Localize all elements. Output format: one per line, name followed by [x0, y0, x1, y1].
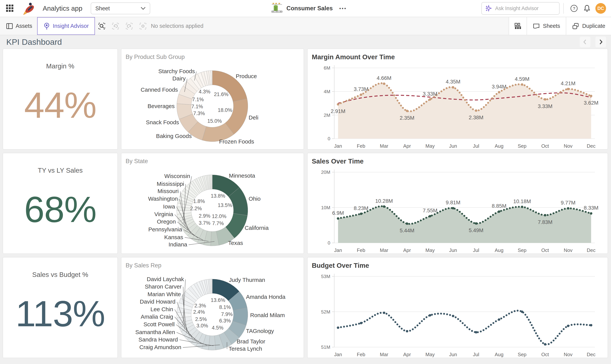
svg-text:Jun: Jun: [449, 352, 457, 357]
divider: [563, 3, 564, 14]
svg-text:3.62M: 3.62M: [584, 100, 598, 106]
kpi-title: TY vs LY Sales: [38, 167, 82, 174]
avatar[interactable]: DC: [595, 3, 606, 14]
sales-over-time-chart[interactable]: 010M20MJanFebMarAprMayJunJulAugSepOctNov…: [308, 153, 608, 253]
svg-text:52M: 52M: [321, 309, 330, 314]
svg-text:Apr: Apr: [403, 247, 411, 253]
svg-text:1.8%: 1.8%: [193, 198, 205, 204]
sheet-header: KPI Dashboard: [0, 35, 611, 49]
consumer-sales-app-icon: [271, 2, 283, 14]
margin-over-time-chart[interactable]: 02M4M6MJanFebMarAprMayJunJulAugSepOctNov…: [308, 49, 608, 149]
svg-text:Mississippi: Mississippi: [157, 181, 184, 187]
svg-text:6.9M: 6.9M: [332, 210, 344, 216]
svg-text:Texas: Texas: [228, 240, 243, 246]
help-icon[interactable]: ?: [569, 3, 579, 13]
svg-text:Washington: Washington: [148, 195, 178, 202]
kpi-sales-vs-budget[interactable]: Sales vs Budget % 113%: [3, 257, 118, 358]
state-donut-chart[interactable]: MinnesotaOhioCaliforniaTexasIndianaKansa…: [121, 153, 304, 253]
insight-advisor-button[interactable]: Insight Advisor: [37, 17, 95, 35]
svg-text:Samantha Allen: Samantha Allen: [135, 329, 175, 335]
app-menu-button[interactable]: •••: [339, 6, 347, 12]
svg-text:Frozen Foods: Frozen Foods: [219, 138, 254, 145]
svg-text:Missouri: Missouri: [158, 188, 179, 194]
svg-text:Dec: Dec: [587, 143, 596, 149]
svg-text:5.49M: 5.49M: [469, 227, 483, 233]
donut-by-state[interactable]: By State MinnesotaOhioCaliforniaTexasInd…: [121, 153, 304, 254]
svg-text:2.9%: 2.9%: [199, 213, 210, 219]
svg-text:Oregon: Oregon: [157, 218, 176, 225]
sales-rep-donut-chart[interactable]: Judy ThurmanAmanda HondaRonald MilamTAGn…: [121, 258, 304, 358]
svg-text:2M: 2M: [324, 113, 330, 118]
svg-text:2.38M: 2.38M: [469, 115, 483, 120]
svg-text:3.73M: 3.73M: [354, 86, 368, 92]
smart-search-button[interactable]: [95, 17, 109, 35]
svg-text:David Laychak: David Laychak: [147, 276, 184, 282]
sheets-button[interactable]: Sheets: [527, 17, 566, 35]
svg-text:Oct: Oct: [541, 143, 549, 149]
svg-text:Minnesota: Minnesota: [229, 172, 255, 179]
app-launcher-icon[interactable]: [6, 5, 14, 12]
app-logo: [22, 1, 35, 16]
kpi-ty-vs-ly-sales[interactable]: TY vs LY Sales 68%: [3, 153, 118, 254]
next-sheet-button[interactable]: [595, 37, 606, 47]
svg-text:7.83M: 7.83M: [538, 219, 552, 225]
svg-text:8.23M: 8.23M: [354, 205, 368, 211]
svg-text:7.9%: 7.9%: [221, 312, 233, 317]
svg-text:Apr: Apr: [403, 143, 411, 149]
svg-text:3.0%: 3.0%: [196, 323, 208, 328]
svg-text:3.33M: 3.33M: [423, 91, 437, 97]
svg-text:Aug: Aug: [495, 143, 504, 149]
svg-text:Amalia Craig: Amalia Craig: [141, 313, 173, 320]
kpi-value: 113%: [16, 278, 105, 358]
svg-text:Oct: Oct: [541, 352, 549, 357]
svg-text:Iowa: Iowa: [163, 203, 175, 210]
sheet-selector-value: Sheet: [95, 5, 110, 12]
notifications-bell-icon[interactable]: [582, 3, 592, 13]
sheets-label: Sheets: [543, 23, 560, 29]
svg-text:Jul: Jul: [473, 247, 479, 253]
svg-text:Snack Foods: Snack Foods: [146, 119, 179, 125]
step-back-button[interactable]: [109, 17, 122, 35]
chart-title: By Product Sub Group: [126, 53, 185, 60]
previous-sheet-button[interactable]: [580, 37, 590, 47]
svg-text:Jul: Jul: [473, 352, 479, 357]
insight-advisor-search[interactable]: [481, 2, 559, 15]
svg-text:2.2%: 2.2%: [190, 206, 202, 211]
chart-budget-over-time[interactable]: Budget Over Time 51M52M53MJanFebMarAprMa…: [307, 257, 608, 358]
svg-text:Apr: Apr: [403, 352, 411, 357]
svg-text:Baking Goods: Baking Goods: [156, 133, 192, 139]
chart-sales-over-time[interactable]: Sales Over Time 010M20MJanFebMarAprMayJu…: [307, 153, 608, 254]
donut-product-sub-group[interactable]: By Product Sub Group ProduceDeliFrozen F…: [121, 49, 304, 150]
insight-advisor-label: Insight Advisor: [53, 23, 89, 29]
duplicate-button[interactable]: Duplicate: [566, 17, 611, 35]
layout-grid-icon: [514, 22, 522, 30]
svg-text:Mar: Mar: [380, 247, 388, 253]
chart-margin-over-time[interactable]: Margin Amount Over Time 02M4M6MJanFebMar…: [307, 49, 608, 150]
svg-text:7.55M: 7.55M: [423, 208, 437, 213]
svg-text:Ronald Milam: Ronald Milam: [250, 312, 285, 318]
sparkle-icon: [485, 5, 492, 12]
svg-text:Dairy: Dairy: [172, 75, 186, 82]
sheet-selector[interactable]: Sheet: [91, 2, 150, 14]
svg-text:13.6%: 13.6%: [211, 297, 225, 303]
clear-selections-button[interactable]: [136, 17, 150, 35]
svg-text:6.3%: 6.3%: [219, 318, 231, 324]
assets-panel-icon: [6, 23, 13, 29]
product-sub-group-donut-chart[interactable]: ProduceDeliFrozen FoodsBaking GoodsSnack…: [121, 49, 304, 149]
budget-over-time-chart[interactable]: 51M52M53MJanFebMarAprMayJunJulAugSepOctN…: [308, 258, 608, 358]
sheet-layout-button[interactable]: [509, 17, 527, 35]
svg-text:4.3%: 4.3%: [199, 89, 210, 94]
svg-text:Oct: Oct: [541, 247, 549, 253]
svg-text:10.28M: 10.28M: [375, 198, 393, 204]
search-input[interactable]: [495, 6, 552, 12]
donut-by-sales-rep[interactable]: By Sales Rep Judy ThurmanAmanda HondaRon…: [121, 257, 304, 358]
kpi-margin-pct[interactable]: Margin % 44%: [3, 49, 118, 150]
assets-button[interactable]: Assets: [1, 17, 37, 35]
svg-text:4.59M: 4.59M: [515, 76, 529, 82]
kpi-value: 68%: [24, 174, 96, 253]
step-forward-button[interactable]: [122, 17, 136, 35]
svg-text:Judy Thurman: Judy Thurman: [229, 277, 265, 283]
app-name: Consumer Sales: [286, 5, 333, 12]
svg-text:3.33M: 3.33M: [538, 103, 552, 109]
svg-text:Nov: Nov: [564, 247, 572, 253]
